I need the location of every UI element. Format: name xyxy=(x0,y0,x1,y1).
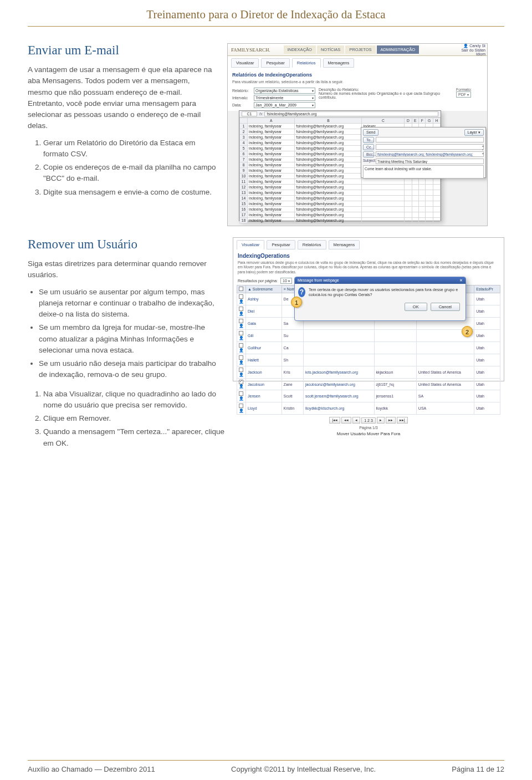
select-data[interactable]: Jan_2009_a_Mar_2009 xyxy=(254,102,315,108)
format-select[interactable]: PDF xyxy=(456,91,471,98)
subtabs: Visualizar Pesquisar Relatórios Mensagen… xyxy=(228,56,487,70)
table-row: 👤JensenScottscott.jensen@familysearch.or… xyxy=(237,390,500,402)
section2-step-2: Clique em Remover. xyxy=(43,413,227,424)
scrollbar[interactable]: ▴▪▾ xyxy=(480,144,485,156)
person-icon: 👤 xyxy=(463,44,468,48)
select-intervalo[interactable]: Trimestralmente xyxy=(254,95,315,101)
tab-pesquisar-2[interactable]: Pesquisar xyxy=(267,240,295,249)
footer-left: Auxílio ao Chamado — Dezembro 2011 xyxy=(28,765,155,773)
cell-reference[interactable]: C1 xyxy=(242,111,257,116)
section2-bullet-2: Se um membro da Igreja for mudar-se, mos… xyxy=(39,322,216,356)
section1-step-1: Gerar um Relatório do Diretório da Estac… xyxy=(43,137,216,160)
bcc-button[interactable]: Bcc... xyxy=(363,151,374,157)
spreadsheet-row: 13indexing, familysearfsindexing@familys… xyxy=(240,190,441,196)
pager-nums[interactable]: 1 2 3 xyxy=(361,417,376,424)
section2-bullet-3: Se um usuário não deseja mais participar… xyxy=(39,358,216,381)
subject-field[interactable]: Training Meeting This Saturday xyxy=(376,159,484,164)
user-name-label: 👤 Candy St xyxy=(461,44,485,48)
person-icon: 👤 xyxy=(239,312,244,315)
footer-center: Copyright ©2011 by Intellectual Reserve,… xyxy=(231,765,376,773)
menu-projetos[interactable]: PROJETOS xyxy=(345,45,375,54)
col-estado[interactable]: Estado/Pr xyxy=(474,286,500,293)
pager-next[interactable]: ▸▸ xyxy=(386,417,396,424)
section2-paragraph: Siga estas diretrizes para determinar qu… xyxy=(28,258,216,281)
format-label: Formato: xyxy=(456,88,483,91)
email-body[interactable]: Come learn about indexing with our stake… xyxy=(363,165,484,179)
table-row: 👤HallettShUtah xyxy=(237,354,500,366)
row-checkbox[interactable] xyxy=(239,294,243,299)
dialog-title: Message from webpage xyxy=(298,278,339,283)
tab-mensagens-2[interactable]: Mensagens xyxy=(329,240,360,249)
spreadsheet-row: 11indexing, familysearfsindexing@familys… xyxy=(240,179,441,185)
row-checkbox[interactable] xyxy=(239,319,243,323)
menu-administracao[interactable]: ADMINISTRAÇÃO xyxy=(377,45,420,54)
menu-noticias[interactable]: NOTÍCIAS xyxy=(317,45,344,54)
menu-indexacao[interactable]: INDEXAÇÃO xyxy=(284,45,316,54)
spreadsheet-row: 17indexing, familysearfsindexing@familys… xyxy=(240,212,441,218)
screenshot-reports-email: FAMILYSEARCH. INDEXAÇÃO NOTÍCIAS PROJETO… xyxy=(227,43,488,226)
cc-button[interactable]: Cc... xyxy=(363,144,374,150)
callout-1: 1 xyxy=(291,297,302,308)
header-checkbox[interactable] xyxy=(239,287,243,291)
spreadsheet-row: 18indexing, familysearfsindexing@familys… xyxy=(240,218,441,223)
pager-back[interactable]: ◂ xyxy=(352,417,360,424)
table-row: 👤JacobsonZanejacobsonz@familysearch.orgz… xyxy=(237,379,500,390)
to-field[interactable] xyxy=(376,137,484,142)
tab-mensagens[interactable]: Mensagens xyxy=(323,58,355,68)
move-out-button[interactable]: Mover Para Fora xyxy=(367,431,400,436)
send-button[interactable]: Send xyxy=(363,129,378,136)
results-per-page-select[interactable]: 10 xyxy=(280,278,292,284)
cc-field[interactable] xyxy=(376,144,484,150)
section2-bullets: Se um usuário se ausentar por algum temp… xyxy=(28,287,216,381)
section1-step-2: Copie os endereços de e-mail da planilha… xyxy=(43,162,216,185)
pager-label: Página 1/3 xyxy=(233,426,504,430)
pager-first[interactable]: |◂◂ xyxy=(329,417,340,424)
row-checkbox[interactable] xyxy=(239,404,243,408)
row-checkbox[interactable] xyxy=(239,307,243,311)
row-checkbox[interactable] xyxy=(239,355,243,360)
row-checkbox[interactable] xyxy=(239,368,243,372)
confirm-dialog: Message from webpage ✕ ? Tem certeza de … xyxy=(294,277,466,321)
familysearch-logo: FAMILYSEARCH. xyxy=(231,47,270,53)
section1-step-3: Digite sua mensagem e envie-a como de co… xyxy=(43,187,216,198)
spreadsheet-row: 12indexing, familysearfsindexing@familys… xyxy=(240,185,441,190)
tab-relatorios[interactable]: Relatórios xyxy=(292,58,321,68)
tab-pesquisar[interactable]: Pesquisar xyxy=(261,58,289,68)
subject-label: Subject: xyxy=(363,159,374,164)
to-button[interactable]: To... xyxy=(363,137,374,143)
reports-desc: Para visualizar um relatório, selecione-… xyxy=(228,80,487,86)
bcc-field[interactable]: fsindexing@familysearch.org; fsindexing@… xyxy=(376,151,484,157)
select-relatorio[interactable]: Organização Estatísticas xyxy=(254,88,315,94)
tab-relatorios-2[interactable]: Relatórios xyxy=(298,240,326,249)
col-sobrenome[interactable]: ▲ Sobrenome xyxy=(246,286,282,293)
section2-steps: Na aba Visualizar, clique no quadradinho… xyxy=(28,389,227,449)
dialog-cancel-button[interactable]: Cancel xyxy=(431,303,460,311)
pager-prev[interactable]: ◂◂ xyxy=(341,417,351,424)
desc-body: Número de nomes enviados pelo Organizaçã… xyxy=(319,91,453,99)
person-icon: 👤 xyxy=(239,299,244,303)
layer-dropdown[interactable]: Layer ▾ xyxy=(464,129,484,136)
language-label: Idiom xyxy=(461,52,485,56)
section2-title: Remover um Usuário xyxy=(28,237,216,252)
lbl-data: Data: xyxy=(232,103,252,107)
dialog-close-icon[interactable]: ✕ xyxy=(459,278,463,283)
screenshot-remove-user: Visualizar Pesquisar Relatórios Mensagen… xyxy=(233,237,504,381)
dialog-ok-button[interactable]: OK xyxy=(405,303,427,311)
formula-bar[interactable]: fsindexing@familysearch.org xyxy=(264,111,438,116)
person-icon: 👤 xyxy=(239,409,244,412)
page-footer: Auxílio ao Chamado — Dezembro 2011 Copyr… xyxy=(28,760,504,773)
tab-visualizar[interactable]: Visualizar xyxy=(231,58,259,68)
row-checkbox[interactable] xyxy=(239,331,243,335)
row-checkbox[interactable] xyxy=(239,391,243,396)
tab-visualizar-2[interactable]: Visualizar xyxy=(237,240,264,249)
reports-title: Relatórios de IndexingOperations xyxy=(228,70,487,80)
table-row: 👤GollihurCaUtah xyxy=(237,342,500,354)
pager-last[interactable]: ▸▸| xyxy=(397,417,408,424)
sign-out-link[interactable]: Sair do Sisten xyxy=(461,48,485,52)
pager: |◂◂ ◂◂ ◂ 1 2 3 ▸ ▸▸ ▸▸| xyxy=(233,415,504,426)
move-user-button[interactable]: Mover Usuário xyxy=(337,431,366,436)
row-checkbox[interactable] xyxy=(239,343,243,348)
fx-icon: fx xyxy=(259,112,262,116)
pager-fwd[interactable]: ▸ xyxy=(377,417,385,424)
io-desc: Para remover usuários deste grupo e colo… xyxy=(233,260,504,277)
